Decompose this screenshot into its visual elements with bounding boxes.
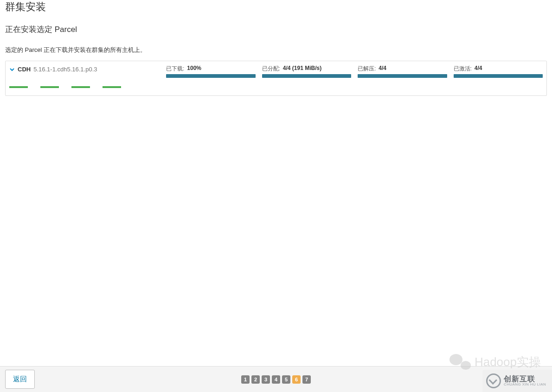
progress-unpacked-bar	[358, 74, 447, 78]
progress-unpacked-value: 4/4	[379, 65, 386, 73]
chevron-down-icon[interactable]	[9, 67, 15, 72]
host-status-bars	[6, 80, 546, 95]
progress-distributed: 已分配: 4/4 (191 MiB/s)	[262, 65, 352, 78]
parcel-name: CDH	[18, 66, 31, 73]
wizard-steps: 1234567	[241, 375, 311, 384]
wizard-step-6[interactable]: 6	[292, 375, 301, 384]
progress-activated-bar	[454, 74, 543, 78]
host-status-bar	[40, 86, 59, 88]
wizard-step-5[interactable]: 5	[282, 375, 290, 384]
page-subtitle: 正在安装选定 Parcel	[0, 18, 552, 39]
back-button[interactable]: 返回	[5, 370, 35, 389]
progress-downloaded-label: 已下载:	[166, 65, 184, 73]
host-status-bar	[103, 86, 121, 88]
progress-distributed-value: 4/4 (191 MiB/s)	[283, 65, 321, 73]
progress-unpacked-label: 已解压:	[358, 65, 376, 73]
host-status-bar	[71, 86, 90, 88]
progress-activated: 已激活: 4/4	[454, 65, 543, 78]
progress-activated-label: 已激活:	[454, 65, 472, 73]
parcel-panel: CDH 5.16.1-1.cdh5.16.1.p0.3 已下载: 100% 已分…	[5, 61, 547, 96]
wizard-step-7[interactable]: 7	[302, 375, 311, 384]
page-title: 群集安装	[0, 0, 552, 18]
wizard-step-3[interactable]: 3	[262, 375, 270, 384]
wizard-step-1[interactable]: 1	[241, 375, 250, 384]
wizard-footer: 返回 1234567	[0, 366, 552, 392]
progress-distributed-bar	[262, 74, 352, 78]
progress-activated-value: 4/4	[475, 65, 482, 73]
progress-downloaded-bar	[166, 74, 256, 78]
parcel-name-cell[interactable]: CDH 5.16.1-1.cdh5.16.1.p0.3	[9, 65, 160, 73]
wizard-step-2[interactable]: 2	[251, 375, 260, 384]
progress-downloaded: 已下载: 100%	[166, 65, 256, 78]
parcel-row: CDH 5.16.1-1.cdh5.16.1.p0.3 已下载: 100% 已分…	[6, 61, 546, 80]
wizard-step-4[interactable]: 4	[272, 375, 280, 384]
progress-unpacked: 已解压: 4/4	[358, 65, 447, 78]
progress-downloaded-value: 100%	[187, 65, 201, 73]
page-description: 选定的 Parcel 正在下载并安装在群集的所有主机上。	[0, 39, 552, 61]
host-status-bar	[9, 86, 28, 88]
progress-distributed-label: 已分配:	[262, 65, 280, 73]
parcel-version: 5.16.1-1.cdh5.16.1.p0.3	[33, 66, 97, 73]
